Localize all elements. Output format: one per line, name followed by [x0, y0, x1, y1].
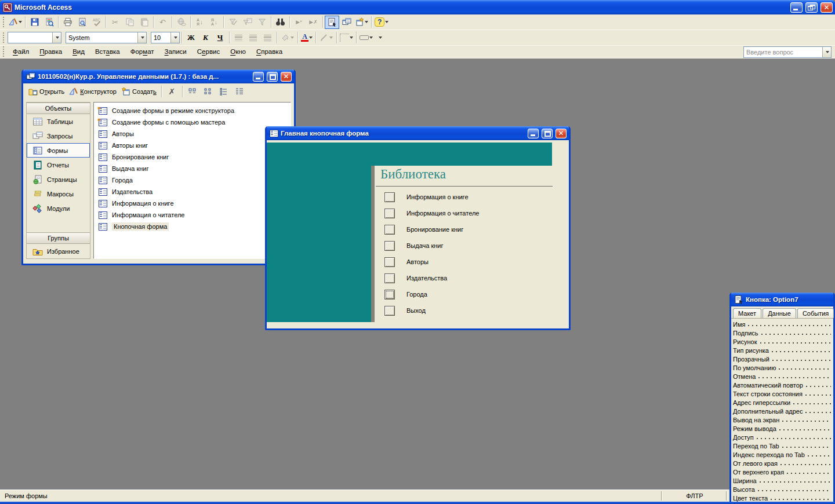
help-caret[interactable]	[385, 21, 389, 23]
switchboard-titlebar[interactable]: Главная кнопочная форма ✕	[267, 126, 569, 140]
property-row[interactable]: Цвет текста	[733, 494, 832, 502]
property-row[interactable]: Рисунок	[733, 337, 832, 346]
menu-file[interactable]: Файл	[8, 46, 34, 57]
switchboard-button[interactable]	[384, 241, 395, 251]
underline-button[interactable]: Ч	[213, 31, 227, 45]
details-view-button[interactable]	[233, 85, 247, 98]
apply-filter-button[interactable]	[255, 16, 269, 29]
toolbar-grip[interactable]	[3, 46, 6, 57]
sort-descending-button[interactable]: ЯА↓	[207, 16, 222, 29]
sidebar-item-forms[interactable]: Формы	[27, 143, 90, 158]
print-preview-button[interactable]	[75, 16, 89, 29]
switchboard-button[interactable]	[384, 209, 395, 218]
toolbar-grip[interactable]	[3, 32, 6, 43]
new-object-button-db[interactable]: Создать	[119, 86, 158, 97]
list-item[interactable]: Информация о книге	[94, 198, 291, 209]
sidebar-item-reports[interactable]: Отчеты	[27, 158, 90, 172]
minimize-button[interactable]	[790, 2, 803, 13]
property-row[interactable]: Доступ	[733, 433, 832, 441]
design-object-button[interactable]: Конструктор	[67, 86, 118, 97]
insert-hyperlink-button[interactable]	[174, 16, 188, 29]
menu-insert[interactable]: Вставка	[90, 46, 125, 57]
switchboard-label[interactable]: Издательства	[406, 275, 447, 282]
switchboard-label[interactable]: Информация о читателе	[406, 210, 479, 217]
form-maximize-button[interactable]	[542, 129, 553, 138]
sidebar-item-queries[interactable]: Запросы	[27, 129, 90, 143]
find-button[interactable]	[273, 16, 288, 29]
property-row[interactable]: Режим вывода	[733, 424, 832, 433]
switchboard-button[interactable]	[384, 306, 395, 316]
switchboard-button[interactable]	[384, 273, 395, 283]
combo-dropdown-button[interactable]	[170, 32, 179, 43]
sidebar-item-macros[interactable]: Макросы	[27, 187, 90, 201]
groups-header[interactable]: Группы	[27, 232, 90, 244]
list-item[interactable]: Информация о читателе	[94, 209, 291, 221]
align-left-button[interactable]	[231, 31, 246, 45]
object-select-combo[interactable]	[8, 32, 61, 43]
view-design-button[interactable]	[8, 16, 23, 29]
border-width-caret[interactable]	[350, 36, 353, 39]
font-color-caret[interactable]	[309, 36, 313, 39]
menu-tools[interactable]: Сервис	[192, 46, 225, 57]
save-button[interactable]	[27, 16, 42, 29]
new-object-button[interactable]	[354, 16, 369, 29]
list-item-selected[interactable]: Кнопочная форма	[94, 221, 291, 232]
file-search-button[interactable]	[42, 16, 56, 29]
fill-color-caret[interactable]	[291, 36, 294, 39]
property-row[interactable]: Имя	[733, 320, 832, 328]
switchboard-button[interactable]	[384, 225, 395, 235]
property-row[interactable]: Подпись	[733, 328, 832, 337]
switchboard-label[interactable]: Информация о книге	[406, 193, 469, 200]
list-item[interactable]: Авторы	[94, 128, 291, 140]
properties-button[interactable]	[325, 16, 339, 29]
property-row[interactable]: От левого края	[733, 459, 832, 468]
large-icons-view-button[interactable]	[186, 85, 200, 98]
form-minimize-button[interactable]	[528, 129, 539, 138]
italic-button[interactable]: К	[198, 31, 213, 45]
property-row[interactable]: Дополнительный адрес	[733, 407, 832, 415]
paste-button[interactable]	[137, 16, 151, 29]
list-item[interactable]: Города	[94, 174, 291, 186]
delete-record-button[interactable]: ▶✗	[306, 16, 321, 29]
property-row[interactable]: Отмена	[733, 372, 832, 381]
menu-edit[interactable]: Правка	[34, 46, 67, 57]
property-row[interactable]: По умолчанию	[733, 363, 832, 372]
special-effect-caret[interactable]	[369, 36, 373, 39]
line-color-caret[interactable]	[329, 36, 333, 39]
sidebar-item-favorites[interactable]: Избранное	[27, 244, 90, 258]
switchboard-label[interactable]: Авторы	[406, 258, 429, 265]
property-row[interactable]: Тип рисунка	[733, 346, 832, 355]
print-button[interactable]	[60, 16, 75, 29]
db-minimize-button[interactable]	[253, 72, 264, 82]
combo-dropdown-button[interactable]	[137, 32, 146, 43]
list-item[interactable]: Издательства	[94, 186, 291, 198]
property-row[interactable]: Адрес гиперссылки	[733, 398, 832, 407]
switchboard-button[interactable]	[384, 257, 395, 267]
ask-question-input[interactable]: Введите вопрос	[743, 46, 832, 58]
cut-button[interactable]: ✂	[108, 16, 122, 29]
switchboard-button-focused[interactable]	[384, 290, 395, 300]
menu-help[interactable]: Справка	[251, 46, 288, 57]
new-object-caret[interactable]	[365, 21, 368, 23]
switchboard-label[interactable]: Выдача книг	[406, 242, 444, 249]
toolbar-grip[interactable]	[3, 17, 6, 28]
menu-window[interactable]: Окно	[225, 46, 251, 57]
undo-button[interactable]: ↶	[155, 16, 170, 29]
font-color-button[interactable]: А	[300, 31, 314, 45]
database-window-button[interactable]	[339, 16, 354, 29]
view-dropdown-caret[interactable]	[19, 21, 22, 23]
list-item-new-design[interactable]: ✷Создание формы в режиме конструктора	[94, 105, 291, 116]
tab-events[interactable]: События	[797, 308, 834, 318]
align-right-button[interactable]	[260, 31, 275, 45]
line-border-width-button[interactable]	[339, 31, 354, 45]
switchboard-label[interactable]: Выход	[406, 307, 426, 314]
help-button[interactable]: ?	[373, 16, 390, 29]
list-view-button[interactable]	[217, 85, 231, 98]
small-icons-view-button[interactable]	[201, 85, 216, 98]
db-close-button[interactable]: ✕	[281, 72, 292, 82]
switchboard-label[interactable]: Бронирование книг	[406, 226, 463, 233]
list-item[interactable]: Бронирование книг	[94, 151, 291, 163]
fill-color-button[interactable]	[279, 31, 296, 45]
objects-header[interactable]: Объекты	[27, 103, 90, 114]
form-close-button[interactable]: ✕	[556, 129, 567, 138]
